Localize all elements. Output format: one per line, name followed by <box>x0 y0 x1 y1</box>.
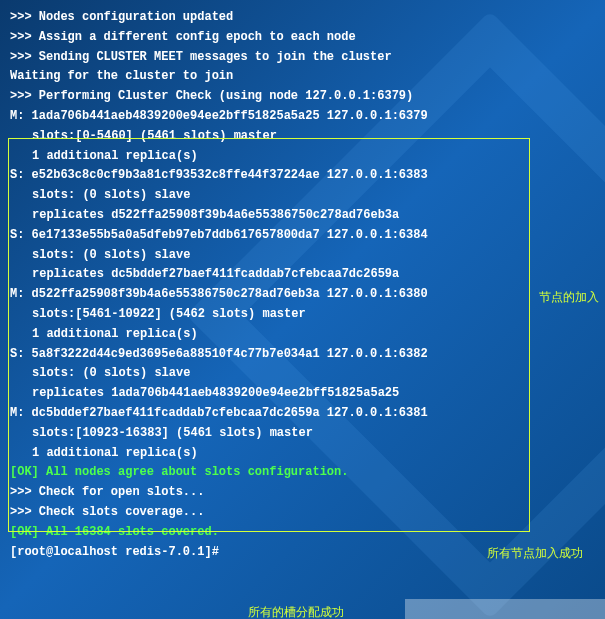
terminal-line: >>> Sending CLUSTER MEET messages to joi… <box>10 48 605 68</box>
node-replicates: replicates d522ffa25908f39b4a6e55386750c… <box>10 206 605 226</box>
node-replica: 1 additional replica(s) <box>10 325 605 345</box>
ok-status: [OK] All nodes agree about slots configu… <box>10 463 605 483</box>
node-slave: S: 6e17133e55b5a0a5dfeb97eb7ddb617657800… <box>10 226 605 246</box>
node-slots: slots: (0 slots) slave <box>10 364 605 384</box>
terminal-line: >>> Check slots coverage... <box>10 503 605 523</box>
node-replica: 1 additional replica(s) <box>10 147 605 167</box>
node-replicates: replicates 1ada706b441aeb4839200e94ee2bf… <box>10 384 605 404</box>
node-slots: slots:[0-5460] (5461 slots) master <box>10 127 605 147</box>
terminal-line: Waiting for the cluster to join <box>10 67 605 87</box>
node-replicates: replicates dc5bddef27baef411fcaddab7cfeb… <box>10 265 605 285</box>
decorative-overlay <box>405 599 605 619</box>
annotation-label: 所有的槽分配成功 <box>248 603 344 619</box>
node-master: M: d522ffa25908f39b4a6e55386750c278ad76e… <box>10 285 605 305</box>
node-replica: 1 additional replica(s) <box>10 444 605 464</box>
terminal-line: >>> Nodes configuration updated <box>10 8 605 28</box>
ok-status: [OK] All 16384 slots covered. <box>10 523 605 543</box>
node-slots: slots:[5461-10922] (5462 slots) master <box>10 305 605 325</box>
node-slots: slots: (0 slots) slave <box>10 246 605 266</box>
node-master: M: 1ada706b441aeb4839200e94ee2bff51825a5… <box>10 107 605 127</box>
node-master: M: dc5bddef27baef411fcaddab7cfebcaa7dc26… <box>10 404 605 424</box>
node-slave: S: e52b63c8c0cf9b3a81cf93532c8ffe44f3722… <box>10 166 605 186</box>
terminal-line: >>> Assign a different config epoch to e… <box>10 28 605 48</box>
terminal-line: >>> Check for open slots... <box>10 483 605 503</box>
node-slave: S: 5a8f3222d44c9ed3695e6a88510f4c77b7e03… <box>10 345 605 365</box>
node-slots: slots: (0 slots) slave <box>10 186 605 206</box>
annotation-label: 节点的加入 <box>539 288 599 308</box>
node-slots: slots:[10923-16383] (5461 slots) master <box>10 424 605 444</box>
annotation-label: 所有节点加入成功 <box>487 544 583 564</box>
terminal-line: >>> Performing Cluster Check (using node… <box>10 87 605 107</box>
